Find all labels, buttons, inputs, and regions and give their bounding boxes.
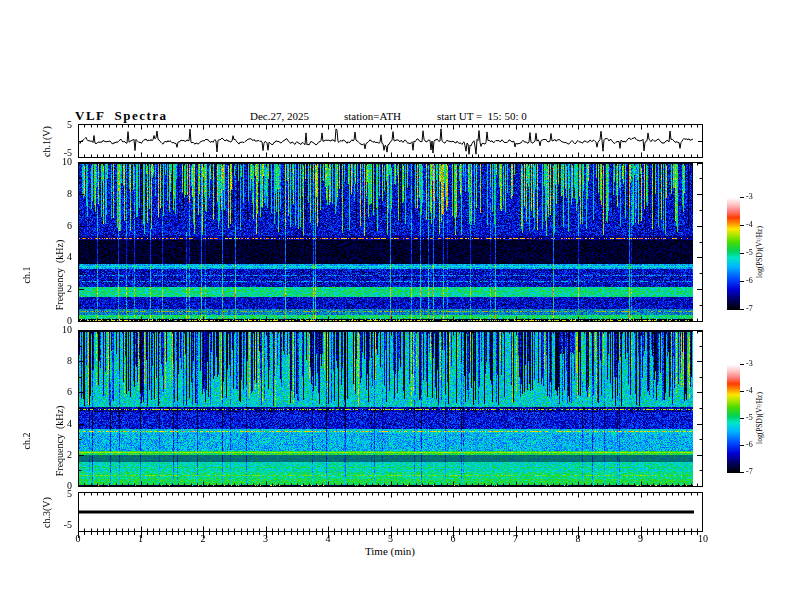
figure-date: Dec.27, 2025 <box>250 110 309 122</box>
ch3-volt-tick-label: 5 <box>52 489 72 499</box>
ch1-colorbar-label: log(PSD)(V²/Hz) <box>756 204 764 300</box>
start-ut-label: start UT = 15: 50: 0 <box>437 110 527 122</box>
station-label: station=ATH <box>344 110 401 122</box>
ch1-freq-tick-label: 6 <box>52 221 72 231</box>
ch1-volt-tick-label: -5 <box>52 148 72 158</box>
ch1-colorbar-tick-label: -5 <box>746 249 753 257</box>
ch1-freq-tick-label: 2 <box>52 284 72 294</box>
time-tick-label: 0 <box>76 534 81 544</box>
time-tick-label: 2 <box>201 534 206 544</box>
ch1-voltage-axis-label: ch.1(V) <box>41 110 52 174</box>
ch1-freq-tick-label: 4 <box>52 252 72 262</box>
vlf-spectra-figure: VLF Spectra Dec.27, 2025 station=ATH sta… <box>0 0 792 612</box>
time-tick-label: 8 <box>576 534 581 544</box>
ch2-freq-tick-label: 4 <box>52 419 72 429</box>
ch2-freq-tick-label: 2 <box>52 450 72 460</box>
ch3-volt-tick-label: -5 <box>52 520 72 530</box>
ch2-freq-tick-label: 8 <box>52 356 72 366</box>
time-tick-label: 4 <box>326 534 331 544</box>
ch1-freq-tick-label: 10 <box>52 157 72 167</box>
time-tick-label: 3 <box>263 534 268 544</box>
ch1-frequency-axis-label: ch.1 Frequency (kHz) <box>0 218 87 332</box>
ch2-colorbar-tick-label: -5 <box>746 414 753 422</box>
time-tick-label: 1 <box>138 534 143 544</box>
ch1-colorbar-tick-label: -4 <box>746 221 753 229</box>
ch2-freq-tick-label: 10 <box>52 325 72 335</box>
time-tick-label: 10 <box>698 534 708 544</box>
ch1-colorbar-tick-label: -3 <box>746 193 753 201</box>
ch2-colorbar-tick-label: -3 <box>746 360 753 368</box>
ch2-colorbar-tick-label: -7 <box>746 468 753 476</box>
time-axis-label: Time (min) <box>340 545 440 557</box>
ch1-colorbar <box>727 197 747 310</box>
ch1-volt-tick-label: 5 <box>52 120 72 130</box>
ch1-colorbar-tick-label: -6 <box>746 277 753 285</box>
time-tick-label: 7 <box>513 534 518 544</box>
ch2-colorbar-label: log(PSD)(V²/Hz) <box>756 370 764 466</box>
ch2-colorbar-tick-label: -6 <box>746 441 753 449</box>
ch1-channel-label: ch.1 <box>21 218 32 332</box>
time-tick-label: 5 <box>388 534 393 544</box>
ch2-colorbar <box>727 364 747 473</box>
ch2-channel-label: ch.2 <box>21 384 32 498</box>
ch1-freq-tick-label: 8 <box>52 189 72 199</box>
time-tick-label: 6 <box>451 534 456 544</box>
ch2-freq-tick-label: 6 <box>52 387 72 397</box>
figure-title: VLF Spectra <box>75 108 168 124</box>
ch1-voltage-plot <box>78 124 703 158</box>
ch2-spectrogram <box>78 330 703 487</box>
ch3-voltage-axis-label: ch.3(V) <box>41 481 52 545</box>
ch1-spectrogram <box>78 162 703 322</box>
ch1-colorbar-tick-label: -7 <box>746 305 753 313</box>
ch2-colorbar-tick-label: -4 <box>746 387 753 395</box>
time-tick-label: 9 <box>638 534 643 544</box>
frequency-axis-label: Frequency (kHz) <box>54 218 65 332</box>
